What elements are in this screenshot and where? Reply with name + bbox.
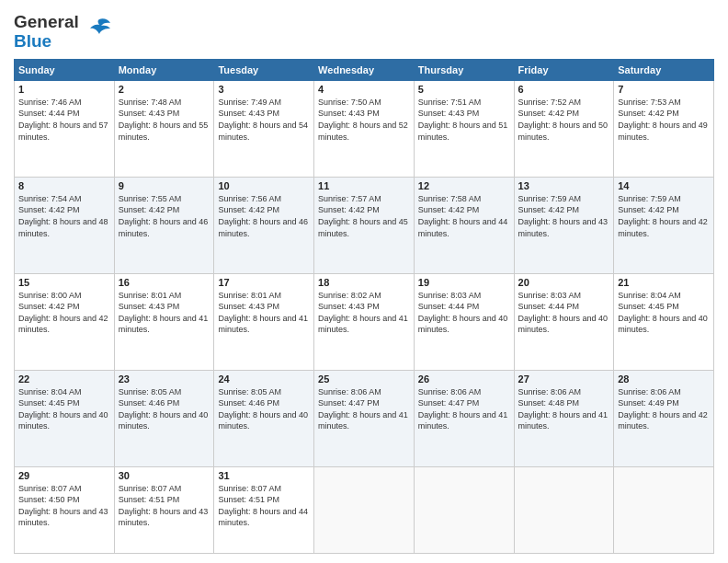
day-info: Sunrise: 8:02 AM Sunset: 4:43 PM Dayligh… — [318, 290, 410, 336]
weekday-header-monday: Monday — [114, 59, 214, 80]
calendar-cell — [614, 466, 714, 553]
calendar-cell: 17 Sunrise: 8:01 AM Sunset: 4:43 PM Dayl… — [214, 273, 314, 370]
sunset-label: Sunset: 4:42 PM — [318, 205, 380, 214]
calendar-cell: 30 Sunrise: 8:07 AM Sunset: 4:51 PM Dayl… — [114, 466, 214, 553]
logo-bird-icon — [83, 14, 112, 43]
weekday-header-sunday: Sunday — [15, 59, 115, 80]
sunrise-label: Sunrise: 8:05 AM — [218, 387, 281, 396]
sunrise-label: Sunrise: 8:01 AM — [119, 291, 182, 300]
daylight-label: Daylight: 8 hours and 43 minutes. — [518, 217, 609, 238]
daylight-label: Daylight: 8 hours and 40 minutes. — [518, 314, 609, 335]
day-info: Sunrise: 8:01 AM Sunset: 4:43 PM Dayligh… — [218, 290, 310, 336]
sunset-label: Sunset: 4:43 PM — [119, 109, 180, 118]
day-number: 9 — [119, 180, 210, 191]
calendar-cell: 18 Sunrise: 8:02 AM Sunset: 4:43 PM Dayl… — [314, 273, 415, 370]
daylight-label: Daylight: 8 hours and 50 minutes. — [518, 121, 609, 142]
calendar-cell: 4 Sunrise: 7:50 AM Sunset: 4:43 PM Dayli… — [314, 80, 415, 177]
daylight-label: Daylight: 8 hours and 41 minutes. — [418, 410, 508, 431]
calendar-week-2: 8 Sunrise: 7:54 AM Sunset: 4:42 PM Dayli… — [15, 177, 714, 273]
calendar-cell: 31 Sunrise: 8:07 AM Sunset: 4:51 PM Dayl… — [214, 466, 314, 553]
day-number: 15 — [18, 277, 110, 288]
sunset-label: Sunset: 4:51 PM — [218, 495, 279, 504]
calendar-cell: 13 Sunrise: 7:59 AM Sunset: 4:42 PM Dayl… — [514, 177, 614, 273]
sunset-label: Sunset: 4:42 PM — [18, 205, 80, 214]
sunset-label: Sunset: 4:42 PM — [618, 109, 679, 118]
daylight-label: Daylight: 8 hours and 46 minutes. — [119, 217, 209, 238]
sunset-label: Sunset: 4:42 PM — [418, 205, 480, 214]
day-info: Sunrise: 7:48 AM Sunset: 4:43 PM Dayligh… — [119, 97, 210, 143]
sunrise-label: Sunrise: 8:02 AM — [318, 291, 381, 300]
calendar-cell: 14 Sunrise: 7:59 AM Sunset: 4:42 PM Dayl… — [614, 177, 714, 273]
sunset-label: Sunset: 4:43 PM — [418, 109, 480, 118]
day-info: Sunrise: 7:57 AM Sunset: 4:42 PM Dayligh… — [318, 193, 410, 239]
daylight-label: Daylight: 8 hours and 46 minutes. — [218, 217, 308, 238]
daylight-label: Daylight: 8 hours and 42 minutes. — [18, 314, 108, 335]
calendar-cell: 26 Sunrise: 8:06 AM Sunset: 4:47 PM Dayl… — [414, 370, 514, 466]
daylight-label: Daylight: 8 hours and 52 minutes. — [318, 121, 408, 142]
day-info: Sunrise: 7:56 AM Sunset: 4:42 PM Dayligh… — [218, 193, 310, 239]
sunset-label: Sunset: 4:43 PM — [119, 302, 180, 311]
day-info: Sunrise: 8:06 AM Sunset: 4:49 PM Dayligh… — [618, 386, 710, 432]
sunset-label: Sunset: 4:47 PM — [418, 398, 480, 408]
day-number: 14 — [618, 180, 710, 191]
day-info: Sunrise: 8:06 AM Sunset: 4:47 PM Dayligh… — [418, 386, 510, 432]
sunset-label: Sunset: 4:43 PM — [318, 109, 380, 118]
day-info: Sunrise: 8:07 AM Sunset: 4:51 PM Dayligh… — [119, 483, 210, 529]
day-number: 27 — [518, 373, 610, 385]
calendar-cell: 11 Sunrise: 7:57 AM Sunset: 4:42 PM Dayl… — [314, 177, 415, 273]
day-number: 12 — [418, 180, 510, 191]
day-number: 1 — [18, 84, 110, 95]
day-number: 24 — [218, 373, 310, 385]
calendar-cell: 16 Sunrise: 8:01 AM Sunset: 4:43 PM Dayl… — [114, 273, 214, 370]
day-number: 19 — [418, 277, 510, 288]
day-number: 10 — [218, 180, 310, 191]
day-info: Sunrise: 8:00 AM Sunset: 4:42 PM Dayligh… — [18, 290, 110, 336]
day-number: 7 — [618, 84, 710, 95]
sunset-label: Sunset: 4:48 PM — [518, 398, 580, 408]
sunset-label: Sunset: 4:47 PM — [318, 398, 380, 408]
sunset-label: Sunset: 4:45 PM — [618, 302, 679, 311]
daylight-label: Daylight: 8 hours and 40 minutes. — [119, 410, 209, 431]
sunrise-label: Sunrise: 8:03 AM — [518, 291, 582, 300]
daylight-label: Daylight: 8 hours and 41 minutes. — [218, 314, 308, 335]
calendar-cell: 27 Sunrise: 8:06 AM Sunset: 4:48 PM Dayl… — [514, 370, 614, 466]
sunset-label: Sunset: 4:44 PM — [518, 302, 580, 311]
day-info: Sunrise: 7:49 AM Sunset: 4:43 PM Dayligh… — [218, 97, 310, 143]
day-info: Sunrise: 7:54 AM Sunset: 4:42 PM Dayligh… — [18, 193, 110, 239]
daylight-label: Daylight: 8 hours and 49 minutes. — [618, 121, 708, 142]
day-info: Sunrise: 7:53 AM Sunset: 4:42 PM Dayligh… — [618, 97, 710, 143]
sunrise-label: Sunrise: 8:06 AM — [318, 387, 381, 396]
day-info: Sunrise: 8:06 AM Sunset: 4:47 PM Dayligh… — [318, 386, 410, 432]
daylight-label: Daylight: 8 hours and 42 minutes. — [618, 217, 708, 238]
calendar-cell: 5 Sunrise: 7:51 AM Sunset: 4:43 PM Dayli… — [414, 80, 514, 177]
weekday-header-tuesday: Tuesday — [214, 59, 314, 80]
calendar-cell: 24 Sunrise: 8:05 AM Sunset: 4:46 PM Dayl… — [214, 370, 314, 466]
day-number: 28 — [618, 373, 710, 385]
daylight-label: Daylight: 8 hours and 40 minutes. — [418, 314, 508, 335]
day-number: 16 — [119, 277, 210, 288]
daylight-label: Daylight: 8 hours and 40 minutes. — [618, 314, 708, 335]
day-number: 13 — [518, 180, 610, 191]
daylight-label: Daylight: 8 hours and 40 minutes. — [218, 410, 308, 431]
day-number: 6 — [518, 84, 610, 95]
calendar-table: SundayMondayTuesdayWednesdayThursdayFrid… — [14, 59, 714, 554]
daylight-label: Daylight: 8 hours and 48 minutes. — [18, 217, 108, 238]
sunset-label: Sunset: 4:51 PM — [119, 495, 180, 504]
daylight-label: Daylight: 8 hours and 41 minutes. — [119, 314, 209, 335]
sunrise-label: Sunrise: 7:54 AM — [18, 194, 82, 203]
sunset-label: Sunset: 4:46 PM — [119, 398, 180, 408]
logo-general: General — [14, 13, 79, 32]
day-number: 20 — [518, 277, 610, 288]
calendar-cell: 15 Sunrise: 8:00 AM Sunset: 4:42 PM Dayl… — [15, 273, 115, 370]
day-number: 2 — [119, 84, 210, 95]
day-info: Sunrise: 7:58 AM Sunset: 4:42 PM Dayligh… — [418, 193, 510, 239]
daylight-label: Daylight: 8 hours and 45 minutes. — [318, 217, 408, 238]
sunrise-label: Sunrise: 7:51 AM — [418, 98, 482, 107]
calendar-cell: 19 Sunrise: 8:03 AM Sunset: 4:44 PM Dayl… — [414, 273, 514, 370]
day-number: 21 — [618, 277, 710, 288]
daylight-label: Daylight: 8 hours and 43 minutes. — [119, 507, 209, 528]
sunrise-label: Sunrise: 8:00 AM — [18, 291, 82, 300]
calendar-cell: 8 Sunrise: 7:54 AM Sunset: 4:42 PM Dayli… — [15, 177, 115, 273]
weekday-header-saturday: Saturday — [614, 59, 714, 80]
sunset-label: Sunset: 4:46 PM — [218, 398, 279, 408]
